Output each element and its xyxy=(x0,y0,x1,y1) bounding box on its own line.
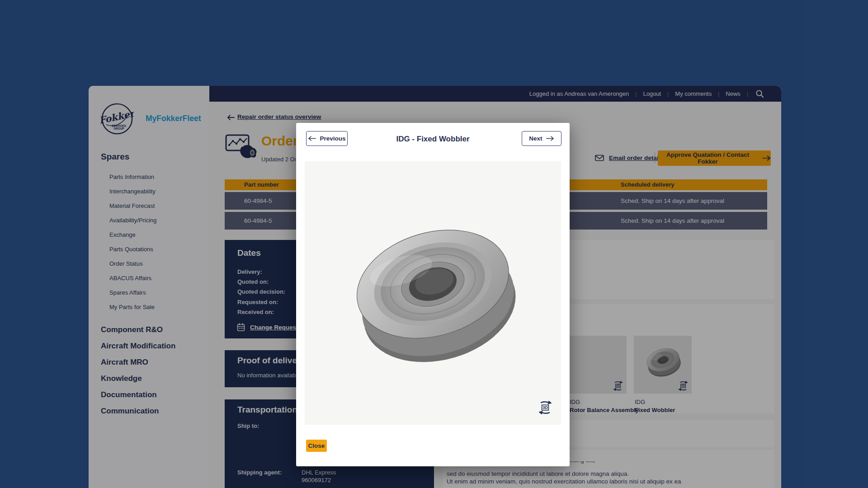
modal-title: IDG - Fixed Wobbler xyxy=(350,135,515,144)
arrow-right-icon xyxy=(546,136,554,141)
3d-rotate-icon[interactable] xyxy=(537,399,553,416)
next-label: Next xyxy=(529,135,542,142)
bearing-image xyxy=(327,206,540,372)
next-button[interactable]: Next xyxy=(522,131,561,146)
part-viewer-modal: Previous IDG - Fixed Wobbler Next Close xyxy=(296,123,570,466)
screen: Fokker SERVICES GROUP MyFokkerFleet Spar… xyxy=(0,0,868,488)
previous-button[interactable]: Previous xyxy=(306,131,348,146)
close-button[interactable]: Close xyxy=(306,440,327,452)
close-label: Close xyxy=(308,442,325,449)
arrow-left-icon xyxy=(308,136,316,141)
part-3d-viewer[interactable] xyxy=(305,161,561,425)
previous-label: Previous xyxy=(320,135,345,142)
